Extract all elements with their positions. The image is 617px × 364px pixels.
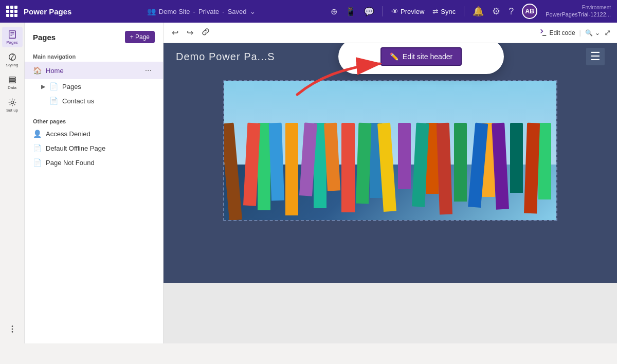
pages-chevron-icon: ▶ <box>41 83 45 90</box>
help-icon[interactable]: ? <box>509 6 514 17</box>
nav-item-pages[interactable]: ▶ 📄 Pages <box>25 79 163 94</box>
hero-image-container[interactable] <box>223 80 557 221</box>
bell-icon[interactable]: 🔔 <box>473 6 484 17</box>
undo-button[interactable]: ↩ <box>170 26 180 40</box>
svg-point-10 <box>11 329 13 330</box>
svg-point-8 <box>11 101 13 103</box>
icon-bar: Pages Styling Data Set up <box>0 23 25 343</box>
access-denied-icon: 👤 <box>33 130 42 138</box>
top-bar-left: Power Pages <box>6 6 71 17</box>
content-wrapper <box>164 70 617 231</box>
edit-site-header-button[interactable]: ✏️ Edit site header <box>380 47 462 66</box>
env-info: Environment PowerPagesTrial-12122... <box>546 4 611 18</box>
pages-nav-icon: 📄 <box>49 82 58 90</box>
content-area: ↩ ↪ Edit code | 🔍 ⌄ ⤢ <box>164 23 617 343</box>
other-pages-section: Other pages <box>25 114 163 126</box>
svg-rect-0 <box>9 30 15 38</box>
site-preview: Demo Power Pa...S ☰ ✏️ Edit site header <box>164 43 617 343</box>
add-page-button[interactable]: + Page <box>125 31 155 43</box>
content-footer <box>164 231 617 283</box>
nav-item-contact[interactable]: 📄 Contact us <box>25 94 163 108</box>
avatar[interactable]: AB <box>522 4 537 19</box>
expand-button[interactable]: ⤢ <box>604 28 611 38</box>
edit-pencil-icon: ✏️ <box>390 52 398 61</box>
svg-rect-5 <box>9 77 15 78</box>
nav-item-offline[interactable]: 📄 Default Offline Page <box>25 141 163 155</box>
preview-btn[interactable]: 👁 Preview <box>391 7 424 15</box>
sidebar-item-pages[interactable]: Pages <box>2 27 23 47</box>
edit-header-tooltip: ✏️ Edit site header <box>338 43 504 74</box>
link-button[interactable] <box>199 26 212 40</box>
site-info: 👥 Demo Site - Private - Saved ⌄ <box>147 7 256 15</box>
svg-point-11 <box>11 331 13 333</box>
contact-icon: 📄 <box>49 97 58 105</box>
share-icon[interactable]: ⊕ <box>331 7 337 16</box>
site-title: Demo Power Pa...S <box>176 51 275 63</box>
nav-item-home[interactable]: 🏠 Home ··· <box>25 62 163 79</box>
pages-label: Pages <box>6 40 18 45</box>
sidebar-item-setup[interactable]: Set up <box>2 95 23 115</box>
sidebar-item-data[interactable]: Data <box>2 72 23 93</box>
top-bar-right: ⊕ 📱 💬 👁 Preview ⇄ Sync 🔔 ⚙ ? AB Environm… <box>331 4 611 19</box>
main-layout: Pages Styling Data Set up Pages + Page M… <box>0 23 617 343</box>
hamburger-menu[interactable]: ☰ <box>586 48 605 65</box>
redo-button[interactable]: ↪ <box>185 26 195 40</box>
sidebar: Pages + Page Main navigation 🏠 Home ··· … <box>25 23 164 343</box>
styling-label: Styling <box>6 63 18 67</box>
tablet-icon[interactable]: 📱 <box>346 7 356 16</box>
settings-icon[interactable]: ⚙ <box>492 6 500 17</box>
svg-point-9 <box>11 325 13 327</box>
setup-label: Set up <box>6 108 18 113</box>
toolbar-right: Edit code | 🔍 ⌄ ⤢ <box>539 28 611 38</box>
home-more-btn[interactable]: ··· <box>142 65 155 76</box>
svg-rect-6 <box>9 79 15 81</box>
nav-item-not-found[interactable]: 📄 Page Not Found <box>25 155 163 170</box>
toolbar-left: ↩ ↪ <box>170 26 212 40</box>
svg-rect-7 <box>9 81 15 83</box>
home-icon: 🏠 <box>33 66 42 75</box>
offline-icon: 📄 <box>33 144 42 152</box>
edit-code-button[interactable]: Edit code <box>539 29 575 37</box>
not-found-icon: 📄 <box>33 158 42 167</box>
main-nav-section: Main navigation <box>25 49 163 62</box>
nav-item-access-denied[interactable]: 👤 Access Denied <box>25 126 163 141</box>
app-logo: Power Pages <box>24 7 71 16</box>
grid-icon[interactable] <box>6 6 17 17</box>
sync-btn[interactable]: ⇄ Sync <box>432 7 456 15</box>
zoom-control[interactable]: 🔍 ⌄ <box>585 29 600 37</box>
data-label: Data <box>8 85 16 90</box>
chat-icon[interactable]: 💬 <box>364 7 374 16</box>
site-header[interactable]: Demo Power Pa...S ☰ ✏️ Edit site header <box>164 43 617 70</box>
editor-toolbar: ↩ ↪ Edit code | 🔍 ⌄ ⤢ <box>164 23 617 43</box>
more-options-btn[interactable] <box>2 319 23 339</box>
top-bar: Power Pages 👥 Demo Site - Private - Save… <box>0 0 617 23</box>
sidebar-item-styling[interactable]: Styling <box>2 49 23 70</box>
site-content <box>164 70 617 283</box>
hero-image <box>224 81 556 220</box>
sidebar-title: Pages <box>33 33 56 42</box>
sidebar-header: Pages + Page <box>25 29 163 49</box>
